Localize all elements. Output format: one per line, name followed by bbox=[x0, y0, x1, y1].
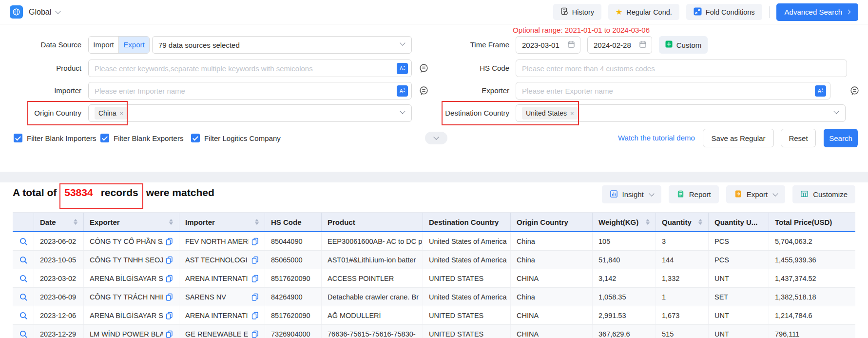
product-input[interactable] bbox=[88, 60, 412, 77]
sort-icon[interactable] bbox=[251, 219, 259, 225]
cell-total-price: 1,214,784.6 bbox=[769, 306, 855, 324]
filter-logitics-company-checkbox[interactable]: Filter Logitics Company bbox=[191, 128, 281, 148]
svg-text:A: A bbox=[400, 88, 403, 94]
view-detail-icon[interactable] bbox=[19, 237, 28, 246]
export-button[interactable]: Export bbox=[726, 185, 785, 203]
view-detail-icon[interactable] bbox=[19, 330, 28, 338]
history-button[interactable]: History bbox=[553, 4, 601, 20]
table-header: Date Exporter Importer HS Code Product D… bbox=[13, 213, 855, 232]
copy-icon[interactable] bbox=[166, 312, 173, 319]
report-button[interactable]: Report bbox=[669, 185, 719, 203]
customize-button[interactable]: Customize bbox=[792, 185, 855, 203]
origin-country-select[interactable]: China × bbox=[88, 104, 412, 122]
cell-destination: United States of America bbox=[423, 251, 511, 269]
cell-exporter: ARENA BİLGİSAYAR S bbox=[84, 269, 179, 287]
cell-origin: China bbox=[511, 251, 593, 269]
data-sources-select[interactable]: 79 data sources selected bbox=[152, 36, 412, 54]
copy-icon[interactable] bbox=[166, 330, 173, 338]
checkbox-checked-icon bbox=[100, 134, 109, 142]
sort-icon[interactable] bbox=[70, 219, 77, 225]
close-icon[interactable]: × bbox=[120, 110, 124, 117]
view-detail-icon[interactable] bbox=[19, 274, 28, 283]
view-detail-icon[interactable] bbox=[19, 311, 28, 320]
results-table: Date Exporter Importer HS Code Product D… bbox=[13, 212, 855, 338]
header-importer[interactable]: Importer bbox=[179, 213, 265, 231]
end-date-input[interactable]: 2024-02-28 bbox=[587, 36, 652, 54]
region-selector[interactable]: Global bbox=[29, 8, 60, 17]
checkbox-checked-icon bbox=[191, 134, 200, 142]
translate-icon[interactable]: A bbox=[397, 63, 408, 74]
destination-country-select[interactable]: United States × bbox=[516, 104, 846, 122]
sort-icon[interactable] bbox=[642, 219, 650, 225]
table-row[interactable]: 2023-06-02 CÔNG TY CỔ PHẦN SẢ FEV NORTH … bbox=[13, 232, 855, 251]
copy-icon[interactable] bbox=[251, 238, 259, 245]
chevron-down-icon bbox=[772, 191, 778, 196]
advanced-search-button[interactable]: Advanced Search bbox=[776, 3, 858, 21]
collapse-form-toggle[interactable] bbox=[425, 132, 447, 144]
chevron-down-icon bbox=[400, 40, 405, 45]
copy-icon[interactable] bbox=[251, 312, 259, 319]
header-weight[interactable]: Weight(KG) bbox=[593, 213, 656, 231]
header-exporter[interactable]: Exporter bbox=[84, 213, 179, 231]
header-quantity[interactable]: Quantity bbox=[656, 213, 709, 231]
exclude-filter-icon[interactable] bbox=[849, 85, 860, 97]
table-row[interactable]: 2023-10-05 CÔNG TY TNHH SEOJI AST TECHNO… bbox=[13, 251, 855, 269]
search-button[interactable]: Search bbox=[824, 129, 858, 147]
table-row[interactable]: 2023-06-09 CÔNG TY TRÁCH NHIÊ SARENS NV … bbox=[13, 288, 855, 306]
start-date-input[interactable]: 2023-03-01 bbox=[516, 36, 580, 54]
view-detail-icon[interactable] bbox=[19, 293, 28, 301]
calendar-icon bbox=[567, 40, 575, 50]
header-date[interactable]: Date bbox=[34, 213, 84, 231]
copy-icon[interactable] bbox=[251, 293, 259, 301]
divider bbox=[769, 6, 770, 18]
copy-icon[interactable] bbox=[166, 238, 173, 245]
table-body: 2023-06-02 CÔNG TY CỔ PHẦN SẢ FEV NORTH … bbox=[13, 232, 855, 338]
translate-icon[interactable]: A bbox=[815, 85, 826, 97]
sort-icon[interactable] bbox=[694, 219, 702, 225]
copy-icon[interactable] bbox=[251, 256, 259, 264]
results-section: A total of 53834 records were matched In… bbox=[0, 182, 868, 338]
table-row[interactable]: 2023-03-02 ARENA BİLGİSAYAR S ARENA INTE… bbox=[13, 269, 855, 288]
reset-button[interactable]: Reset bbox=[781, 129, 816, 147]
globe-icon bbox=[10, 5, 23, 19]
cell-quantity: 515 bbox=[656, 325, 709, 338]
cell-exporter: ARENA BİLGİSAYAR S bbox=[84, 306, 179, 324]
translate-icon[interactable]: A bbox=[397, 85, 408, 97]
exclude-filter-icon[interactable] bbox=[418, 63, 429, 74]
copy-icon[interactable] bbox=[166, 293, 173, 301]
save-as-regular-button[interactable]: Save as Regular bbox=[703, 129, 774, 147]
table-row[interactable]: 2023-12-29 LM WİND POWER BLA GE RENEWABL… bbox=[13, 325, 855, 338]
custom-grid-icon bbox=[665, 40, 673, 49]
cell-weight: 3,142 bbox=[593, 269, 656, 287]
regular-cond-button[interactable]: ★ Regular Cond. bbox=[608, 4, 679, 20]
sort-icon[interactable] bbox=[165, 219, 173, 225]
importer-input[interactable] bbox=[88, 82, 412, 99]
copy-icon[interactable] bbox=[166, 275, 173, 282]
exclude-filter-icon[interactable] bbox=[418, 85, 429, 97]
import-tab[interactable]: Import bbox=[89, 37, 119, 53]
cell-hs-code: 7326904000 bbox=[265, 325, 322, 338]
cell-destination: UNITED STATES bbox=[423, 306, 511, 324]
fold-conditions-button[interactable]: Fold Conditions bbox=[686, 4, 762, 20]
exporter-input[interactable] bbox=[516, 82, 830, 99]
filter-blank-exporters-checkbox[interactable]: Filter Blank Exporters bbox=[100, 128, 183, 148]
region-label: Global bbox=[29, 8, 51, 17]
copy-icon[interactable] bbox=[251, 275, 259, 282]
export-tab[interactable]: Export bbox=[119, 37, 149, 53]
cell-destination: United States of America bbox=[423, 288, 511, 306]
filter-blank-importers-checkbox[interactable]: Filter Blank Importers bbox=[14, 128, 96, 148]
hs-code-input[interactable] bbox=[516, 60, 847, 77]
close-icon[interactable]: × bbox=[570, 110, 574, 117]
insight-button[interactable]: Insight bbox=[602, 185, 661, 203]
tutorial-demo-link[interactable]: Watch the tutorial demo bbox=[618, 128, 695, 148]
origin-country-label: Origin Country bbox=[1, 104, 81, 122]
view-detail-icon[interactable] bbox=[19, 256, 28, 264]
copy-icon[interactable] bbox=[166, 256, 173, 264]
cell-importer: FEV NORTH AMERI bbox=[179, 232, 265, 250]
copy-icon[interactable] bbox=[251, 330, 259, 338]
table-row[interactable]: 2023-12-06 ARENA BİLGİSAYAR S ARENA INTE… bbox=[13, 306, 855, 325]
custom-range-button[interactable]: Custom bbox=[659, 36, 708, 54]
cell-quantity: 144 bbox=[656, 251, 709, 269]
cell-product: AĞ MODULLERİ bbox=[322, 306, 423, 324]
cell-quantity: 1,673 bbox=[656, 306, 709, 324]
